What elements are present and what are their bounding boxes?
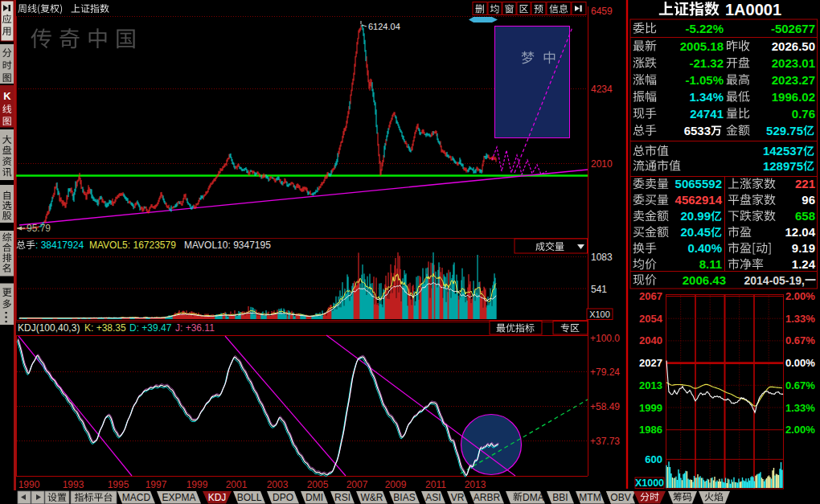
svg-text:RSI: RSI [334, 492, 351, 503]
svg-text:1990: 1990 [18, 479, 40, 490]
svg-text:-21.32: -21.32 [689, 56, 724, 70]
svg-text:8.11: 8.11 [699, 257, 722, 271]
svg-text:: 38417924: : 38417924 [35, 240, 84, 251]
svg-text:2.00%: 2.00% [785, 424, 815, 436]
svg-text:1.34%: 1.34% [689, 90, 724, 104]
svg-text:X1000: X1000 [635, 477, 664, 489]
svg-text:2054: 2054 [639, 313, 663, 325]
svg-text:20.99: 20.99 [680, 209, 711, 223]
svg-text:2023.27: 2023.27 [772, 73, 815, 87]
svg-text:95.79: 95.79 [27, 223, 51, 234]
svg-text:1996.02: 1996.02 [772, 90, 815, 104]
svg-text:1.24: 1.24 [792, 257, 816, 271]
svg-text:6459: 6459 [591, 6, 613, 17]
svg-text:0.76: 0.76 [792, 107, 815, 121]
svg-text:K: K [3, 90, 11, 102]
svg-text:2027: 2027 [639, 357, 662, 369]
svg-text:6124.04: 6124.04 [368, 22, 400, 31]
svg-text:DMI: DMI [305, 492, 323, 503]
svg-text:VR: VR [451, 492, 465, 503]
svg-text:1995: 1995 [108, 479, 129, 490]
svg-text:1.33%: 1.33% [785, 402, 815, 414]
svg-text:96: 96 [802, 193, 815, 207]
svg-text:529.75: 529.75 [766, 124, 803, 137]
svg-text:2026.50: 2026.50 [772, 39, 815, 53]
svg-text:MACD: MACD [122, 492, 151, 503]
svg-text:2005.18: 2005.18 [680, 39, 724, 53]
svg-text:-5.22%: -5.22% [685, 22, 724, 35]
svg-text:24741: 24741 [690, 107, 724, 121]
svg-text:2023.01: 2023.01 [772, 56, 815, 70]
svg-text:142537: 142537 [763, 144, 803, 158]
svg-text:1997: 1997 [146, 479, 167, 490]
svg-text:2001: 2001 [226, 479, 248, 490]
svg-text:4234: 4234 [591, 84, 613, 95]
svg-text:541: 541 [591, 284, 607, 295]
svg-text:ASI: ASI [425, 492, 441, 503]
svg-text:X100: X100 [589, 309, 610, 319]
svg-text:9.19: 9.19 [792, 241, 815, 255]
svg-text:1999: 1999 [187, 479, 208, 490]
svg-text:KDJ(100,40,3): KDJ(100,40,3) [18, 322, 80, 334]
svg-text:EXPMA: EXPMA [162, 492, 195, 503]
svg-text:1986: 1986 [639, 424, 662, 436]
svg-text:2011: 2011 [425, 479, 446, 490]
svg-text:1993: 1993 [63, 479, 84, 490]
svg-text:6533: 6533 [684, 124, 711, 137]
svg-text:2067: 2067 [639, 290, 662, 302]
svg-text:BOLL: BOLL [237, 492, 262, 503]
svg-text:D: +39.47: D: +39.47 [129, 322, 172, 334]
svg-text:DMA: DMA [523, 492, 544, 503]
svg-text:BIAS: BIAS [393, 492, 415, 503]
svg-text:ARBR: ARBR [474, 492, 501, 503]
svg-text:+58.49: +58.49 [590, 401, 620, 412]
svg-text:0.67%: 0.67% [785, 379, 815, 391]
svg-text:+100.0: +100.0 [590, 333, 620, 344]
svg-text:MAVOL10: 9347195: MAVOL10: 9347195 [184, 240, 271, 251]
svg-text:2005: 2005 [307, 479, 329, 490]
svg-text:1.33%: 1.33% [785, 313, 815, 325]
svg-text:12.04: 12.04 [785, 225, 815, 239]
svg-text:W&R: W&R [361, 492, 383, 503]
svg-text:2014-05-19,: 2014-05-19, [744, 274, 805, 287]
svg-text:K: +38.35: K: +38.35 [84, 322, 126, 334]
svg-text:DPO: DPO [273, 492, 293, 503]
svg-text:2013: 2013 [465, 479, 486, 490]
svg-text:128975: 128975 [763, 159, 803, 173]
svg-text:0.40%: 0.40% [687, 241, 722, 255]
svg-text:OBV: OBV [610, 492, 630, 503]
svg-text:5065592: 5065592 [675, 177, 722, 191]
svg-text:20.45: 20.45 [680, 225, 711, 239]
svg-text:2009: 2009 [385, 479, 407, 490]
svg-text:2013: 2013 [639, 379, 662, 391]
svg-text:1A0001: 1A0001 [725, 1, 781, 18]
svg-text:2007: 2007 [346, 479, 368, 490]
svg-text:221: 221 [795, 177, 815, 191]
svg-text:2006.43: 2006.43 [683, 273, 726, 287]
svg-text:2040: 2040 [639, 334, 662, 346]
svg-text:0.67%: 0.67% [785, 334, 815, 346]
svg-text:600: 600 [645, 453, 662, 465]
svg-text:1083: 1083 [591, 252, 613, 263]
svg-text:1999: 1999 [639, 402, 662, 414]
svg-text:-502677: -502677 [771, 22, 815, 35]
svg-text:-1.05%: -1.05% [685, 73, 724, 87]
svg-text:KDJ: KDJ [208, 492, 227, 503]
svg-text:BBI: BBI [552, 492, 568, 503]
svg-text:4562914: 4562914 [675, 193, 723, 207]
svg-text:2.00%: 2.00% [785, 290, 815, 302]
svg-text:+79.24: +79.24 [590, 367, 620, 378]
svg-text:658: 658 [795, 209, 815, 223]
svg-text:2003: 2003 [267, 479, 289, 490]
svg-text:2010: 2010 [591, 158, 613, 170]
svg-text:0.00%: 0.00% [785, 357, 815, 369]
svg-text:+37.73: +37.73 [590, 436, 620, 447]
svg-text:MAVOL5: 16723579: MAVOL5: 16723579 [89, 240, 176, 251]
svg-text:MTM: MTM [579, 492, 601, 503]
svg-text:J: +36.11: J: +36.11 [175, 322, 215, 334]
